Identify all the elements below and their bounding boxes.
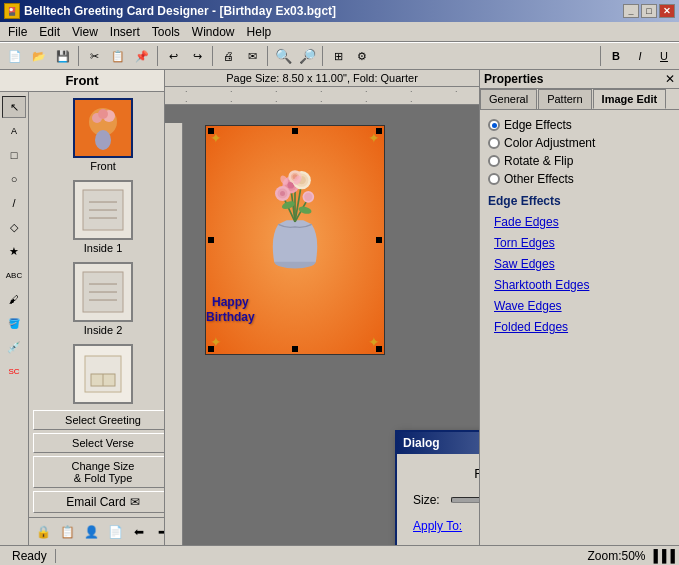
user-icon-btn[interactable]: 👤: [81, 522, 101, 542]
maximize-button[interactable]: □: [641, 4, 657, 18]
open-button[interactable]: 📂: [28, 45, 50, 67]
select-tool[interactable]: ↖: [2, 96, 26, 118]
radio-rotate-circle[interactable]: [488, 155, 500, 167]
edge-fade[interactable]: Fade Edges: [488, 212, 671, 232]
new-button[interactable]: 📄: [4, 45, 26, 67]
email-card-button[interactable]: Email Card ✉: [33, 491, 164, 513]
text-tool[interactable]: A: [2, 120, 26, 142]
dialog-overlay: Dialog ✕ Fade Edge Setting: Size: 5 Appl…: [165, 70, 479, 545]
radio-other-effects[interactable]: Other Effects: [488, 172, 671, 186]
slider-label: Size:: [413, 493, 443, 507]
underline-button[interactable]: U: [653, 45, 675, 67]
move-icon-btn[interactable]: ⬅: [129, 522, 149, 542]
star-tool[interactable]: ★: [2, 240, 26, 262]
cut-button[interactable]: ✂: [83, 45, 105, 67]
edge-wave[interactable]: Wave Edges: [488, 296, 671, 316]
card-item-front[interactable]: Front: [71, 96, 135, 174]
radio-rotate-flip[interactable]: Rotate & Flip: [488, 154, 671, 168]
radio-edge-effects-label: Edge Effects: [504, 118, 572, 132]
radio-group-effects: Edge Effects Color Adjustment Rotate & F…: [488, 118, 671, 186]
radio-other-circle[interactable]: [488, 173, 500, 185]
email-icon: ✉: [130, 495, 140, 509]
menu-file[interactable]: File: [2, 23, 33, 41]
polygon-tool[interactable]: ◇: [2, 216, 26, 238]
card-thumb-back[interactable]: [73, 344, 133, 404]
card-item-back[interactable]: Back: [71, 342, 135, 406]
edge-sharktooth[interactable]: Sharktooth Edges: [488, 275, 671, 295]
edge-saw[interactable]: Saw Edges: [488, 254, 671, 274]
italic-button[interactable]: I: [629, 45, 651, 67]
minimize-button[interactable]: _: [623, 4, 639, 18]
zoom-area: Zoom:50% ▐▐▐: [587, 549, 675, 563]
card-label-inside2: Inside 2: [84, 324, 123, 336]
tab-image-edit[interactable]: Image Edit: [593, 89, 667, 109]
change-size-button[interactable]: Change Size & Fold Type: [33, 456, 164, 488]
bold-button[interactable]: B: [605, 45, 627, 67]
top-checkbox-row: ✓ Top: [413, 541, 479, 545]
svg-point-2: [95, 130, 111, 150]
radio-color-adjustment[interactable]: Color Adjustment: [488, 136, 671, 150]
properties-title: Properties: [484, 72, 543, 86]
card-thumb-inside2[interactable]: [73, 262, 133, 322]
redo-button[interactable]: ↪: [186, 45, 208, 67]
grid-button[interactable]: ⊞: [327, 45, 349, 67]
copy-icon-btn[interactable]: 📄: [105, 522, 125, 542]
layer-icon-btn[interactable]: 📋: [57, 522, 77, 542]
panel-header: Front: [0, 70, 164, 92]
select-greeting-button[interactable]: Select Greeting: [33, 410, 164, 430]
slider-row: Size: 5: [413, 493, 479, 507]
menu-help[interactable]: Help: [241, 23, 278, 41]
app-title: Belltech Greeting Card Designer - [Birth…: [24, 4, 336, 18]
zoom-out-button[interactable]: 🔎: [296, 45, 318, 67]
center-area: Page Size: 8.50 x 11.00", Fold: Quarter …: [165, 70, 479, 545]
menu-view[interactable]: View: [66, 23, 104, 41]
card-thumb-front[interactable]: [73, 98, 133, 158]
tab-bar: General Pattern Image Edit: [480, 89, 679, 110]
card-item-inside2[interactable]: Inside 2: [71, 260, 135, 338]
close-button[interactable]: ✕: [659, 4, 675, 18]
menu-insert[interactable]: Insert: [104, 23, 146, 41]
fill-tool[interactable]: 🪣: [2, 312, 26, 334]
zoom-in-button[interactable]: 🔍: [272, 45, 294, 67]
eyedrop-tool[interactable]: 💉: [2, 336, 26, 358]
status-bar: Ready Zoom:50% ▐▐▐: [0, 545, 679, 565]
radio-edge-effects[interactable]: Edge Effects: [488, 118, 671, 132]
svg-point-5: [98, 109, 108, 119]
radio-edge-effects-circle[interactable]: [488, 119, 500, 131]
edge-torn[interactable]: Torn Edges: [488, 233, 671, 253]
copy-button[interactable]: 📋: [107, 45, 129, 67]
paste-button[interactable]: 📌: [131, 45, 153, 67]
radio-color-adj-circle[interactable]: [488, 137, 500, 149]
settings-button[interactable]: ⚙: [351, 45, 373, 67]
abc-tool[interactable]: ABC: [2, 264, 26, 286]
tab-content-image-edit: Edge Effects Color Adjustment Rotate & F…: [480, 110, 679, 545]
email-button[interactable]: ✉: [241, 45, 263, 67]
tab-general[interactable]: General: [480, 89, 537, 109]
undo-button[interactable]: ↩: [162, 45, 184, 67]
rect-tool[interactable]: □: [2, 144, 26, 166]
card-item-inside1[interactable]: Inside 1: [71, 178, 135, 256]
radio-rotate-label: Rotate & Flip: [504, 154, 573, 168]
paint-tool[interactable]: 🖌: [2, 288, 26, 310]
tab-pattern[interactable]: Pattern: [538, 89, 591, 109]
save-button[interactable]: 💾: [52, 45, 74, 67]
card-thumb-inside1[interactable]: [73, 180, 133, 240]
print-button[interactable]: 🖨: [217, 45, 239, 67]
edge-folded[interactable]: Folded Edges: [488, 317, 671, 337]
ellipse-tool[interactable]: ○: [2, 168, 26, 190]
dialog-content: Fade Edge Setting: Size: 5 Apply To:: [397, 454, 479, 545]
title-bar-buttons: _ □ ✕: [623, 4, 675, 18]
menu-edit[interactable]: Edit: [33, 23, 66, 41]
select-verse-button[interactable]: Select Verse: [33, 433, 164, 453]
menu-tools[interactable]: Tools: [146, 23, 186, 41]
card-label-front: Front: [90, 160, 116, 172]
line-tool[interactable]: /: [2, 192, 26, 214]
properties-close[interactable]: ✕: [665, 72, 675, 86]
lock-icon-btn[interactable]: 🔒: [33, 522, 53, 542]
sc-tool[interactable]: SC: [2, 360, 26, 382]
left-icons-bar: 🔒 📋 👤 📄 ⬅ ➡: [29, 517, 164, 545]
slider-track[interactable]: [451, 497, 479, 503]
move-right-icon-btn[interactable]: ➡: [153, 522, 164, 542]
dialog-title: Dialog: [403, 436, 440, 450]
menu-window[interactable]: Window: [186, 23, 241, 41]
